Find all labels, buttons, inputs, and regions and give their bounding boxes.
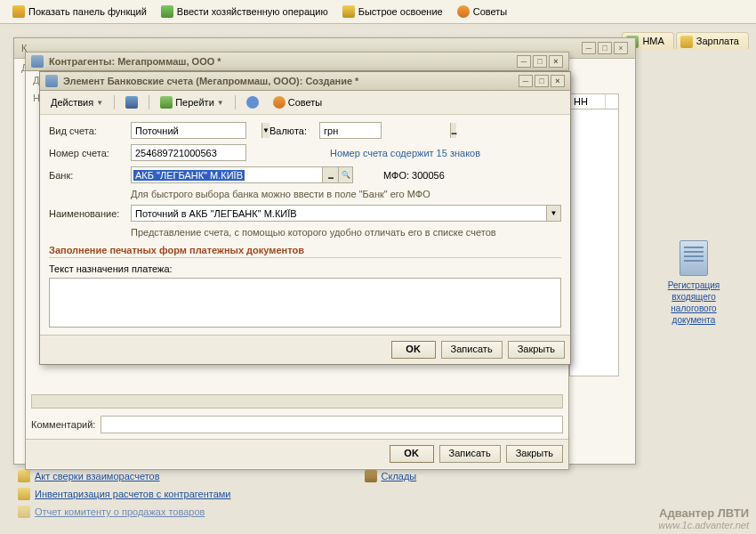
tax-document-link[interactable]: Регистрация входящего налогового докумен…	[668, 280, 720, 325]
currency-select-button[interactable]: ...	[450, 123, 456, 138]
account-number-input[interactable]	[131, 144, 246, 161]
toolbar-separator-2	[149, 95, 149, 109]
link-inventory-label: Инвентаризация расчетов с контрагентами	[35, 489, 231, 499]
bank-account-buttonbar: OK Записать Закрыть	[40, 335, 570, 364]
cp-minimize-button[interactable]: ─	[517, 55, 531, 68]
fast-learn-button[interactable]: Быстрое освоение	[337, 4, 448, 20]
ba-close-button[interactable]: ×	[551, 75, 565, 87]
doc-icon-2	[18, 488, 30, 500]
actions-menu[interactable]: Действия ▼	[45, 94, 109, 110]
cp-close-button2[interactable]: Закрыть	[506, 445, 563, 463]
payment-text-input[interactable]	[49, 278, 561, 328]
tab-nma-label: НМА	[642, 36, 664, 46]
right-panel: Регистрация входящего налогового докумен…	[658, 240, 729, 326]
counterparties-icon	[31, 55, 44, 68]
cp-button-bar: OK Записать Закрыть	[26, 439, 568, 468]
name-field[interactable]: ▼	[131, 205, 561, 222]
bank-value: АКБ "ЛЕГБАНК" М.КИЇВ	[133, 170, 245, 181]
toolbar-tips-button[interactable]: Советы	[268, 93, 327, 111]
account-type-dropdown-button[interactable]: ▼	[261, 123, 269, 138]
operation-icon	[161, 5, 173, 18]
comment-label: Комментарий:	[31, 419, 95, 430]
fast-learn-label: Быстрое освоение	[358, 6, 443, 17]
link-act-label: Акт сверки взаиморасчетов	[35, 471, 160, 481]
currency-label: Валюта:	[269, 125, 314, 136]
counterparties-titlebar: Контрагенты: Мегапроммаш, ООО * ─ □ ×	[26, 53, 568, 71]
link-report[interactable]: Отчет комитенту о продажах товаров	[18, 506, 416, 518]
bank-hint: Для быстрого выбора банка можно ввести в…	[131, 189, 430, 199]
app-toolbar: Показать панель функций Ввести хозяйстве…	[0, 0, 756, 24]
name-hint: Представление счета, с помощью которого …	[131, 227, 496, 238]
help-icon	[246, 96, 259, 109]
cp-maximize-button[interactable]: □	[533, 55, 547, 68]
cp-save-button[interactable]: Записать	[439, 445, 501, 463]
panel-icon	[12, 5, 25, 18]
bg-close-button[interactable]: ×	[614, 42, 628, 54]
goto-label: Перейти	[175, 97, 214, 108]
salary-icon	[680, 36, 693, 48]
bank-account-form: Вид счета: ▼ Валюта: ... Номер счета: Но…	[40, 115, 570, 336]
bank-field[interactable]: АКБ "ЛЕГБАНК" М.КИЇВ ... 🔍	[131, 166, 353, 183]
tab-salary-label: Зарплата	[696, 36, 739, 46]
goto-menu[interactable]: Перейти ▼	[155, 93, 229, 111]
account-type-input[interactable]	[132, 123, 261, 138]
chevron-down-icon-2: ▼	[217, 99, 224, 107]
payment-text-label: Текст назначения платежа:	[49, 263, 561, 274]
enter-op-label: Ввести хозяйственную операцию	[177, 6, 328, 17]
show-panel-label: Показать панель функций	[28, 6, 147, 17]
table-header-nn[interactable]: НН	[570, 94, 606, 109]
comment-input[interactable]	[101, 416, 563, 433]
name-label: Наименование:	[49, 208, 125, 219]
bank-select-button[interactable]: ...	[322, 167, 338, 182]
section-payment-forms: Заполнение печатных форм платежных докум…	[49, 245, 561, 258]
goto-icon	[160, 96, 173, 109]
link-act[interactable]: Акт сверки взаиморасчетов	[18, 470, 160, 482]
cp-hscrollbar[interactable]	[31, 394, 563, 409]
doc-icon-3	[18, 506, 30, 518]
currency-field[interactable]: ...	[319, 122, 382, 139]
warehouse-icon	[365, 470, 377, 482]
link-inventory[interactable]: Инвентаризация расчетов с контрагентами	[18, 488, 416, 500]
enter-operation-button[interactable]: Ввести хозяйственную операцию	[156, 4, 334, 20]
bg-minimize-button[interactable]: ─	[582, 42, 596, 54]
help-button[interactable]	[241, 93, 264, 111]
bank-account-icon	[45, 75, 58, 87]
bg-maximize-button[interactable]: □	[598, 42, 612, 54]
save-toolbar-button[interactable]	[120, 93, 143, 111]
close-button[interactable]: Закрыть	[508, 341, 565, 359]
link-warehouses[interactable]: Склады	[365, 470, 417, 482]
bank-label: Банк:	[49, 170, 125, 181]
account-number-label: Номер счета:	[49, 148, 125, 158]
name-input[interactable]	[132, 206, 546, 221]
side-tabs: НМА Зарплата	[622, 32, 749, 49]
save-icon	[125, 96, 138, 109]
bg-table-body	[569, 109, 619, 376]
counterparties-title: Контрагенты: Мегапроммаш, ООО *	[49, 56, 221, 67]
table-header-spacer	[606, 94, 618, 109]
chevron-down-icon: ▼	[96, 99, 103, 107]
account-number-hint: Номер счета содержит 15 знаков	[330, 148, 480, 158]
tab-salary[interactable]: Зарплата	[676, 32, 749, 49]
name-dropdown-button[interactable]: ▼	[546, 206, 560, 221]
ok-button[interactable]: OK	[391, 341, 436, 359]
bank-account-window: Элемент Банковские счета (Мегапроммаш, О…	[39, 71, 571, 365]
fastlearn-icon	[342, 5, 355, 18]
link-report-label: Отчет комитенту о продажах товаров	[35, 506, 205, 517]
actions-label: Действия	[51, 97, 93, 108]
show-panel-button[interactable]: Показать панель функций	[7, 4, 152, 20]
ba-maximize-button[interactable]: □	[535, 75, 549, 87]
tax-document-icon[interactable]	[680, 240, 708, 276]
ba-minimize-button[interactable]: ─	[519, 75, 533, 87]
currency-input[interactable]	[320, 123, 450, 138]
bank-search-button[interactable]: 🔍	[338, 167, 352, 182]
toolbar-separator-3	[235, 95, 236, 109]
toolbar-separator	[114, 95, 115, 109]
cp-close-button[interactable]: ×	[549, 55, 563, 68]
cp-ok-button[interactable]: OK	[390, 445, 434, 463]
account-type-field[interactable]: ▼	[131, 122, 246, 139]
tips-button[interactable]: Советы	[452, 4, 512, 20]
save-button[interactable]: Записать	[441, 341, 503, 359]
link-warehouses-label: Склады	[382, 471, 417, 481]
bank-account-toolbar: Действия ▼ Перейти ▼ Советы	[40, 91, 570, 115]
toolbar-tips-label: Советы	[288, 97, 322, 108]
